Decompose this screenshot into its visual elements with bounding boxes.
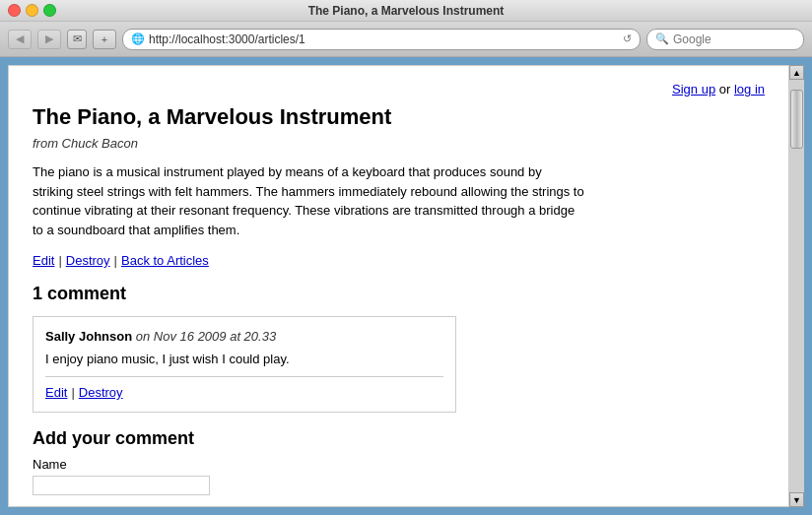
email-button[interactable]: ✉: [67, 30, 87, 49]
name-label: Name: [33, 457, 765, 472]
comment-box: Sally Johnson on Nov 16 2009 at 20.33 I …: [33, 316, 456, 413]
name-input[interactable]: [33, 476, 210, 495]
comment-body: I enjoy piano music, I just wish I could…: [45, 352, 443, 366]
email-icon: ✉: [73, 32, 82, 45]
comment-actions: Edit|Destroy: [45, 376, 443, 400]
browser-toolbar: ◀ ▶ ✉ + 🌐 ↺ 🔍: [0, 22, 812, 57]
comment-date: on Nov 16 2009 at 20.33: [136, 329, 276, 344]
back-to-articles-link[interactable]: Back to Articles: [121, 253, 209, 268]
comments-heading: 1 comment: [33, 284, 765, 304]
add-comment-heading: Add your comment: [33, 428, 765, 449]
scrollbar: ▲ ▼: [789, 65, 804, 507]
title-bar: The Piano, a Marvelous Instrument: [0, 0, 812, 22]
signup-link[interactable]: Sign up: [672, 82, 715, 97]
forward-button[interactable]: ▶: [37, 30, 61, 49]
auth-links: Sign up or log in: [33, 82, 765, 97]
search-icon: 🔍: [655, 32, 669, 45]
refresh-icon[interactable]: ↺: [623, 32, 632, 45]
separator-2: |: [114, 253, 117, 268]
maximize-button[interactable]: [43, 4, 56, 17]
scrollbar-track[interactable]: [789, 80, 804, 492]
comment-edit-link[interactable]: Edit: [45, 385, 67, 400]
search-bar[interactable]: 🔍: [646, 29, 804, 50]
window-title: The Piano, a Marvelous Instrument: [308, 4, 505, 18]
forward-icon: ▶: [45, 32, 53, 45]
traffic-lights: [8, 4, 56, 17]
separator-1: |: [58, 253, 61, 268]
scrollbar-down-arrow[interactable]: ▼: [789, 492, 804, 507]
address-input[interactable]: [149, 32, 623, 46]
browser-content: Sign up or log in The Piano, a Marvelous…: [0, 57, 812, 515]
comment-author: Sally Johnson: [45, 329, 132, 344]
article-title: The Piano, a Marvelous Instrument: [33, 104, 765, 130]
comment-destroy-link[interactable]: Destroy: [79, 385, 123, 400]
globe-icon: 🌐: [131, 32, 145, 45]
login-link[interactable]: log in: [734, 82, 765, 97]
search-input[interactable]: [673, 32, 791, 46]
article-destroy-link[interactable]: Destroy: [66, 253, 110, 268]
comment-header: Sally Johnson on Nov 16 2009 at 20.33: [45, 329, 443, 344]
article-actions: Edit|Destroy|Back to Articles: [33, 253, 765, 268]
page-inner: Sign up or log in The Piano, a Marvelous…: [9, 66, 788, 506]
article-body: The piano is a musical instrument played…: [33, 162, 584, 239]
back-button[interactable]: ◀: [8, 30, 32, 49]
address-bar[interactable]: 🌐 ↺: [122, 29, 641, 50]
page-container: Sign up or log in The Piano, a Marvelous…: [8, 65, 789, 507]
new-tab-button[interactable]: +: [93, 30, 116, 49]
scrollbar-up-arrow[interactable]: ▲: [789, 65, 804, 80]
article-edit-link[interactable]: Edit: [33, 253, 54, 268]
or-separator: or: [715, 82, 734, 97]
back-icon: ◀: [16, 32, 24, 45]
scrollbar-thumb[interactable]: [790, 90, 803, 149]
comment-separator: |: [71, 385, 74, 400]
minimize-button[interactable]: [26, 4, 38, 17]
close-button[interactable]: [8, 4, 21, 17]
plus-icon: +: [102, 33, 107, 45]
article-author: from Chuck Bacon: [33, 136, 765, 151]
